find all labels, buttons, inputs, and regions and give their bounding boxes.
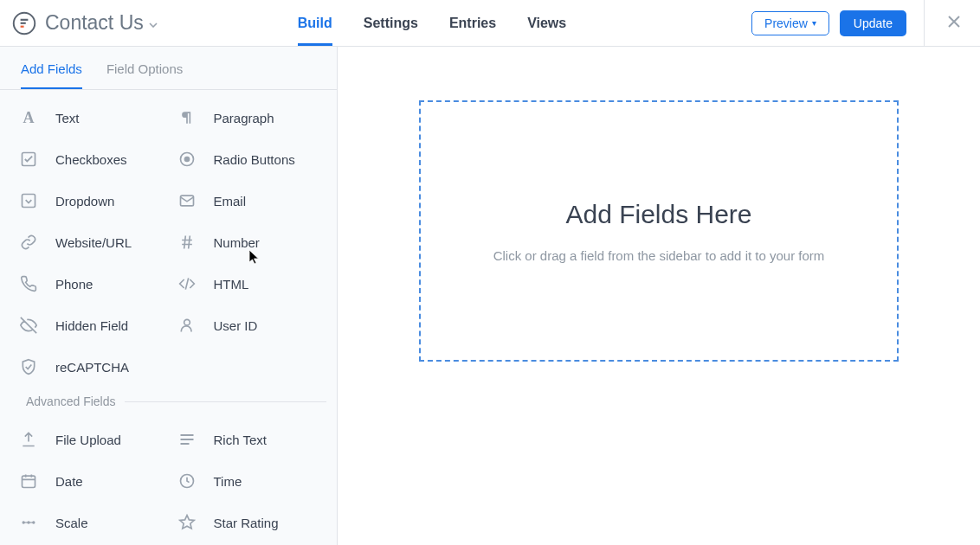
field-label: Number — [214, 235, 260, 250]
dropzone[interactable]: Add Fields Here Click or drag a field fr… — [419, 100, 899, 362]
field-checkboxes[interactable]: Checkboxes — [10, 138, 169, 180]
shield-icon — [19, 357, 38, 376]
dropzone-subtitle: Click or drag a field from the sidebar t… — [493, 248, 825, 263]
nav-build[interactable]: Build — [298, 0, 332, 46]
field-time[interactable]: Time — [169, 460, 327, 502]
upload-icon — [19, 430, 38, 449]
header: Contact Us Build Settings Entries Views … — [0, 0, 980, 47]
preview-label: Preview — [764, 16, 808, 30]
field-date[interactable]: Date — [10, 460, 169, 502]
field-label: Rich Text — [214, 433, 267, 447]
advanced-divider: Advanced Fields — [0, 394, 337, 412]
field-label: Time — [214, 474, 242, 489]
radio-icon — [177, 150, 197, 169]
header-actions: Preview ▾ Update — [751, 0, 966, 47]
email-icon — [177, 191, 197, 210]
divider-line — [125, 401, 326, 402]
svg-rect-3 — [21, 25, 24, 27]
advanced-fields-grid: File UploadRich TextDateTimeScaleStar Ra… — [0, 412, 337, 545]
scale-icon — [19, 513, 38, 532]
svg-rect-1 — [21, 18, 29, 20]
field-dropdown[interactable]: Dropdown — [10, 180, 169, 221]
svg-point-6 — [184, 157, 190, 163]
field-recaptcha[interactable]: reCAPTCHA — [10, 346, 169, 388]
field-user-id[interactable]: User ID — [169, 305, 327, 346]
paragraph-icon — [177, 108, 197, 127]
field-label: User ID — [214, 318, 258, 333]
dropzone-title: Add Fields Here — [565, 200, 751, 229]
field-label: File Upload — [55, 433, 121, 447]
field-number[interactable]: Number — [169, 221, 327, 263]
svg-rect-10 — [23, 476, 35, 487]
field-radio-buttons[interactable]: Radio Buttons — [169, 138, 327, 180]
advanced-label: Advanced Fields — [26, 394, 116, 408]
checkbox-icon — [19, 150, 38, 169]
sidebar-tabs: Add Fields Field Options — [0, 47, 337, 90]
star-icon — [177, 513, 197, 532]
divider — [924, 0, 925, 47]
basic-fields-grid: ATextParagraphCheckboxesRadio ButtonsDro… — [0, 90, 337, 398]
update-button[interactable]: Update — [840, 10, 906, 36]
time-icon — [177, 471, 197, 490]
nav-views[interactable]: Views — [527, 0, 566, 46]
field-label: Scale — [55, 516, 88, 530]
form-title-dropdown[interactable]: Contact Us — [45, 11, 158, 35]
dropdown-icon — [19, 191, 38, 210]
field-label: Star Rating — [214, 516, 279, 530]
app-logo — [10, 10, 38, 37]
sidebar: Add Fields Field Options ATextParagraphC… — [0, 47, 338, 545]
nav-entries[interactable]: Entries — [449, 0, 496, 46]
field-email[interactable]: Email — [169, 180, 327, 221]
field-phone[interactable]: Phone — [10, 263, 169, 305]
caret-down-icon — [149, 16, 158, 31]
field-label: Email — [214, 194, 247, 208]
richtext-icon — [177, 430, 197, 449]
tab-field-options[interactable]: Field Options — [106, 47, 183, 89]
main-nav: Build Settings Entries Views — [298, 0, 566, 46]
link-icon — [19, 233, 38, 252]
field-label: Date — [55, 474, 83, 489]
phone-icon — [19, 274, 38, 293]
field-label: Website/URL — [55, 235, 132, 250]
tab-add-fields[interactable]: Add Fields — [21, 47, 82, 89]
field-text[interactable]: AText — [10, 97, 169, 138]
canvas: Add Fields Here Click or drag a field fr… — [338, 47, 980, 545]
caret-down-icon: ▾ — [812, 18, 816, 28]
field-rich-text[interactable]: Rich Text — [169, 419, 327, 460]
field-paragraph[interactable]: Paragraph — [169, 97, 327, 138]
code-icon — [177, 274, 197, 293]
field-file-upload[interactable]: File Upload — [10, 419, 169, 460]
hash-icon — [177, 233, 197, 252]
field-website-url[interactable]: Website/URL — [10, 221, 169, 263]
field-label: HTML — [214, 277, 249, 292]
field-label: Dropdown — [55, 194, 114, 208]
preview-button[interactable]: Preview ▾ — [751, 11, 829, 35]
field-hidden-field[interactable]: Hidden Field — [10, 305, 169, 346]
svg-point-9 — [184, 319, 190, 325]
date-icon — [19, 471, 38, 490]
user-icon — [177, 316, 197, 335]
field-label: Hidden Field — [55, 318, 128, 333]
text-a-icon: A — [19, 108, 38, 127]
body: Add Fields Field Options ATextParagraphC… — [0, 47, 980, 545]
field-label: reCAPTCHA — [55, 360, 129, 375]
field-label: Checkboxes — [55, 152, 127, 167]
field-label: Text — [55, 111, 80, 125]
field-scale[interactable]: Scale — [10, 502, 169, 543]
svg-rect-2 — [21, 22, 26, 23]
eye-off-icon — [19, 316, 38, 335]
svg-rect-7 — [23, 195, 35, 208]
field-label: Phone — [55, 277, 93, 292]
field-star-rating[interactable]: Star Rating — [169, 502, 327, 543]
field-html[interactable]: HTML — [169, 263, 327, 305]
field-label: Paragraph — [214, 111, 274, 125]
close-button[interactable] — [942, 8, 966, 38]
form-title: Contact Us — [45, 11, 144, 35]
nav-settings[interactable]: Settings — [364, 0, 418, 46]
field-label: Radio Buttons — [214, 152, 295, 167]
